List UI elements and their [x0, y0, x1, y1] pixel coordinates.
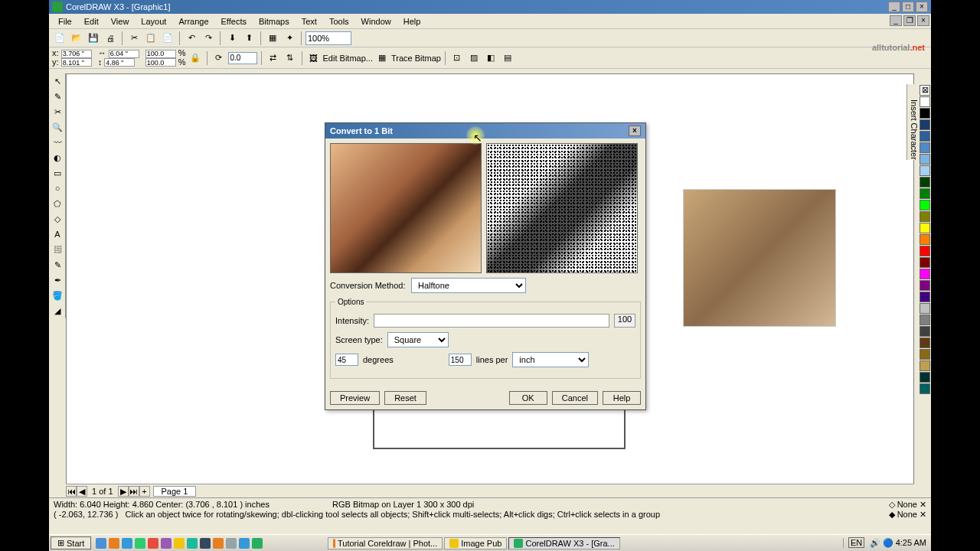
menu-effects[interactable]: Effects: [215, 15, 253, 28]
menu-help[interactable]: Help: [397, 15, 427, 28]
scale-x-input[interactable]: [145, 50, 176, 58]
clock[interactable]: 4:25 AM: [896, 538, 926, 547]
color-swatch[interactable]: [920, 349, 930, 360]
dialog-titlebar[interactable]: Convert to 1 Bit ×: [325, 123, 645, 139]
menu-bitmaps[interactable]: Bitmaps: [253, 15, 296, 28]
color-swatch[interactable]: [920, 131, 930, 142]
menu-text[interactable]: Text: [296, 15, 323, 28]
color-swatch[interactable]: [920, 326, 930, 337]
tray-icon[interactable]: 🔊: [870, 538, 880, 547]
menu-arrange[interactable]: Arrange: [172, 15, 214, 28]
new-icon[interactable]: 📄: [52, 31, 67, 46]
quick-launch-icon[interactable]: [161, 538, 172, 549]
color-swatch[interactable]: [920, 188, 930, 199]
outline-tool-icon[interactable]: ✒: [50, 272, 65, 288]
welcome-icon[interactable]: ✦: [282, 31, 297, 46]
screen-type-select[interactable]: Square: [387, 332, 449, 347]
taskbar-item[interactable]: Image Pub: [444, 537, 507, 549]
copy-icon[interactable]: 📋: [143, 31, 158, 46]
intensity-slider[interactable]: [374, 314, 609, 328]
color-swatch[interactable]: [920, 211, 930, 222]
color-swatch[interactable]: [920, 108, 930, 119]
interactive-blend-icon[interactable]: ⛆: [50, 242, 65, 257]
interactive-fill-icon[interactable]: ◢: [50, 303, 65, 318]
doc-minimize-button[interactable]: _: [890, 15, 902, 26]
quick-launch-icon[interactable]: [122, 538, 132, 549]
color-swatch[interactable]: [920, 119, 930, 130]
crop-icon[interactable]: ⊡: [449, 51, 465, 66]
open-icon[interactable]: 📂: [69, 31, 84, 46]
first-page-button[interactable]: ⏮: [66, 486, 77, 497]
text-tool-icon[interactable]: A: [50, 227, 65, 242]
trace-bitmap-button[interactable]: Trace Bitmap: [391, 54, 441, 63]
no-color-swatch[interactable]: ⊠: [920, 85, 930, 96]
lock-ratio-icon[interactable]: 🔒: [188, 51, 203, 66]
quick-launch-icon[interactable]: [109, 538, 119, 549]
color-swatch[interactable]: [920, 315, 930, 325]
app-launcher-icon[interactable]: ▦: [265, 31, 280, 46]
quick-launch-icon[interactable]: [226, 538, 237, 549]
rectangle-tool-icon[interactable]: ▭: [50, 165, 65, 181]
color-swatch[interactable]: [920, 383, 930, 394]
width-input[interactable]: [109, 50, 139, 58]
menu-tools[interactable]: Tools: [323, 15, 355, 28]
ellipse-tool-icon[interactable]: ○: [50, 181, 65, 196]
original-preview[interactable]: [330, 143, 482, 273]
quick-launch-icon[interactable]: [239, 538, 250, 549]
conversion-method-select[interactable]: Halftone: [411, 278, 526, 293]
color-swatch[interactable]: [920, 269, 930, 279]
menu-edit[interactable]: Edit: [78, 15, 105, 28]
docker-tab[interactable]: Insert Character: [906, 84, 919, 160]
basic-shapes-icon[interactable]: ◇: [50, 211, 65, 227]
doc-restore-button[interactable]: ❐: [903, 15, 916, 26]
color-swatch[interactable]: [920, 337, 930, 348]
doc-close-button[interactable]: ×: [917, 15, 929, 26]
undo-icon[interactable]: ↶: [184, 31, 199, 46]
degrees-input[interactable]: [335, 354, 358, 366]
resample-icon[interactable]: ▨: [466, 51, 482, 66]
x-position-input[interactable]: [61, 50, 92, 58]
import-icon[interactable]: ⬇: [224, 31, 240, 46]
quick-launch-icon[interactable]: [213, 538, 224, 549]
eyedropper-tool-icon[interactable]: ✎: [50, 257, 65, 272]
color-swatch[interactable]: [920, 303, 930, 314]
last-page-button[interactable]: ⏭: [129, 486, 139, 497]
menu-view[interactable]: View: [105, 15, 136, 28]
quick-launch-icon[interactable]: [96, 538, 106, 549]
dialog-close-button[interactable]: ×: [629, 126, 641, 136]
bitmap-image[interactable]: [683, 189, 836, 327]
quick-launch-icon[interactable]: [174, 538, 185, 549]
save-icon[interactable]: 💾: [86, 31, 101, 46]
color-swatch[interactable]: [920, 360, 930, 371]
export-icon[interactable]: ⬆: [241, 31, 256, 46]
smart-fill-icon[interactable]: ◐: [50, 150, 65, 165]
start-button[interactable]: ⊞ Start: [51, 536, 91, 549]
color-swatch[interactable]: [920, 165, 930, 176]
trace-bitmap-icon[interactable]: ▦: [374, 51, 390, 66]
color-swatch[interactable]: [920, 223, 930, 233]
polygon-tool-icon[interactable]: ⬠: [50, 196, 65, 211]
color-swatch[interactable]: [920, 292, 930, 302]
lines-per-input[interactable]: [449, 354, 472, 366]
menu-layout[interactable]: Layout: [135, 15, 172, 28]
edit-bitmap-icon[interactable]: 🖼: [306, 51, 322, 66]
print-icon[interactable]: 🖨: [103, 31, 118, 46]
reset-button[interactable]: Reset: [384, 391, 426, 405]
quick-launch-icon[interactable]: [200, 538, 211, 549]
color-swatch[interactable]: [920, 257, 930, 268]
menu-window[interactable]: Window: [355, 15, 397, 28]
rotation-input[interactable]: [228, 52, 257, 64]
zoom-tool-icon[interactable]: 🔍: [50, 119, 65, 135]
page-tab[interactable]: Page 1: [153, 486, 197, 497]
bitmap-color-mask-icon[interactable]: ◧: [483, 51, 498, 66]
minimize-button[interactable]: _: [888, 2, 900, 12]
prev-page-button[interactable]: ◀: [77, 486, 87, 497]
add-page-button[interactable]: +: [139, 486, 150, 497]
mirror-h-icon[interactable]: ⇄: [266, 51, 281, 66]
cut-icon[interactable]: ✂: [126, 31, 142, 46]
color-swatch[interactable]: [920, 96, 930, 107]
color-swatch[interactable]: [920, 234, 930, 245]
lines-unit-select[interactable]: inch: [512, 352, 589, 367]
taskbar-item[interactable]: Tutorial Coreldraw | Phot...: [328, 537, 443, 549]
next-page-button[interactable]: ▶: [118, 486, 129, 497]
